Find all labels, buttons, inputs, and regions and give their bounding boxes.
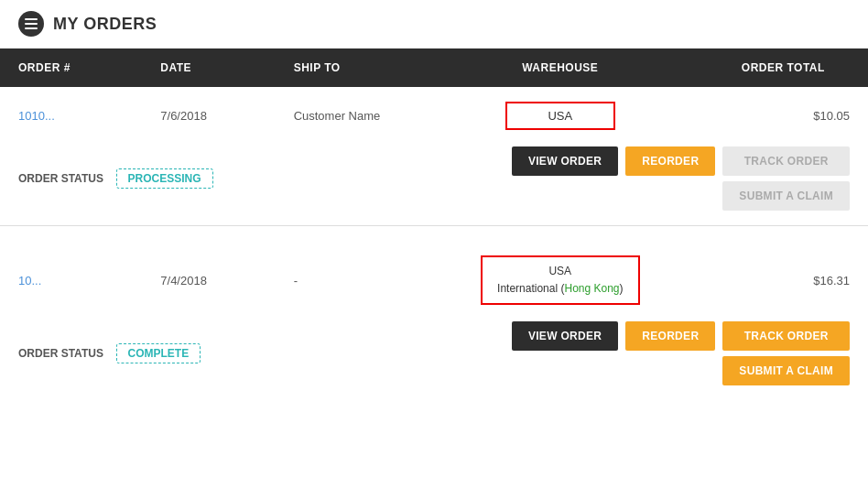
- page-title: MY ORDERS: [53, 15, 157, 34]
- col-warehouse: WAREHOUSE: [422, 49, 699, 87]
- warehouse-highlight: Hong Kong: [564, 282, 619, 295]
- col-order-number: ORDER #: [0, 49, 142, 87]
- empty-cell: [276, 320, 422, 400]
- track-order-button[interactable]: TRACK ORDER: [722, 321, 850, 351]
- warehouse-cell: USA: [422, 87, 699, 145]
- order-ship-to: -: [294, 274, 298, 287]
- warehouse-cell: USA International (Hong Kong): [422, 241, 699, 320]
- order-date: 7/4/2018: [160, 274, 207, 287]
- status-badge: PROCESSING: [116, 168, 213, 189]
- reorder-button[interactable]: REORDER: [625, 146, 715, 176]
- col-date: DATE: [142, 49, 275, 87]
- reorder-button[interactable]: REORDER: [625, 321, 715, 351]
- table-row: 10...7/4/2018- USA International (Hong K…: [0, 241, 868, 320]
- buttons-cell: VIEW ORDER REORDER TRACK ORDER SUBMIT A …: [422, 320, 868, 400]
- warehouse-box: USA International (Hong Kong): [481, 255, 639, 305]
- order-date: 7/6/2018: [160, 109, 207, 123]
- action-row: ORDER STATUS COMPLETE VIEW ORDER REORDER…: [0, 320, 868, 400]
- table-header-row: ORDER # DATE SHIP TO WAREHOUSE ORDER TOT…: [0, 49, 868, 87]
- menu-icon[interactable]: [18, 11, 44, 37]
- order-status-label: ORDER STATUS: [18, 347, 103, 360]
- view-order-button[interactable]: VIEW ORDER: [512, 321, 618, 351]
- order-id-link[interactable]: 1010...: [18, 109, 55, 123]
- action-row: ORDER STATUS PROCESSING VIEW ORDER REORD…: [0, 145, 868, 226]
- order-id-link[interactable]: 10...: [18, 274, 41, 287]
- page-header: MY ORDERS: [0, 0, 868, 49]
- order-total: $10.05: [699, 87, 868, 145]
- view-order-button[interactable]: VIEW ORDER: [512, 146, 618, 176]
- status-badge: COMPLETE: [116, 343, 201, 363]
- submit-claim-button[interactable]: SUBMIT A CLAIM: [722, 356, 850, 385]
- submit-claim-button: SUBMIT A CLAIM: [722, 181, 850, 211]
- buttons-cell: VIEW ORDER REORDER TRACK ORDER SUBMIT A …: [422, 145, 868, 226]
- orders-table: ORDER # DATE SHIP TO WAREHOUSE ORDER TOT…: [0, 49, 868, 400]
- table-row: 1010...7/6/2018Customer NameUSA$10.05: [0, 87, 868, 145]
- warehouse-box: USA: [505, 102, 615, 130]
- empty-cell: [276, 145, 422, 226]
- order-total: $16.31: [699, 241, 868, 320]
- track-order-button: TRACK ORDER: [722, 146, 850, 176]
- col-ship-to: SHIP TO: [276, 49, 422, 87]
- order-ship-to: Customer Name: [294, 109, 381, 123]
- col-order-total: ORDER TOTAL: [699, 49, 868, 87]
- order-status-label: ORDER STATUS: [18, 172, 103, 185]
- spacer-row: [0, 226, 868, 241]
